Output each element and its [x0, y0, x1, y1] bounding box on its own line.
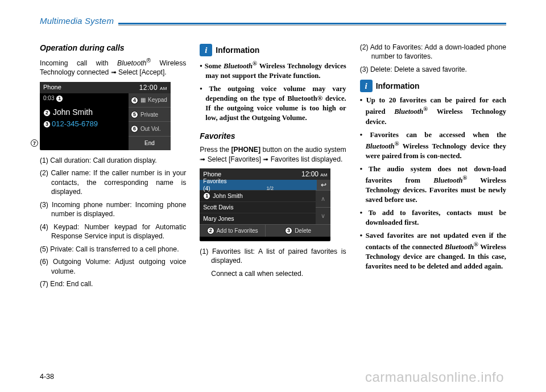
favorite-row[interactable]: 1John Smith▯: [200, 190, 330, 201]
text: Incoming call with: [40, 59, 117, 67]
fav-item-1: (1) Favorites list: A list of paired fav…: [200, 247, 346, 266]
list-item-6: (6) Outgoing Volume: Adjust outgoing voi…: [40, 257, 186, 276]
keypad-icon: ▦: [140, 96, 146, 104]
watermark: carmanualsonline.info: [365, 369, 504, 385]
call-duration: 0:03: [43, 95, 54, 101]
info-icon: i: [200, 44, 212, 56]
caller-number: 012-345-6789: [52, 119, 98, 128]
screen-clock: 12:00 AM: [139, 83, 167, 92]
info-icon: i: [360, 80, 373, 92]
marker-2: 2: [207, 227, 214, 234]
marker-1: 1: [203, 192, 210, 200]
marker-3: 3: [285, 227, 292, 234]
scroll-down[interactable]: ∨: [316, 207, 330, 224]
header-title: Multimedia System: [40, 16, 114, 26]
header-rule: [118, 23, 506, 26]
keypad-button[interactable]: 4▦Keypad: [129, 93, 171, 107]
fav-item-3: (3) Delete: Delete a saved favorite.: [360, 65, 506, 74]
fav-item-1b: Connect a call when selected.: [200, 269, 346, 278]
list-item-1: (1) Call duration: Call duration display…: [40, 156, 186, 165]
registered-mark: ®: [147, 57, 151, 64]
screen-title: Phone: [43, 83, 139, 92]
list-item-5: (5) Private: Call is transferred to a ce…: [40, 245, 186, 254]
add-favorites-button[interactable]: 2Add to Favorites: [200, 224, 265, 237]
marker-6: 6: [131, 125, 138, 133]
favorite-row[interactable]: Scott Davis🏠︎: [200, 201, 330, 213]
subhead-operation: Operation during calls: [40, 43, 186, 53]
column-3: (2) Add to Favorites: Add a down-loaded …: [360, 43, 506, 292]
favorites-count: Favorites (4): [203, 178, 226, 193]
info-label: Information: [216, 45, 259, 56]
marker-4: 4: [131, 97, 138, 104]
scroll-up[interactable]: ∧: [316, 190, 330, 207]
page-number: 4-38: [40, 373, 54, 381]
marker-3: 3: [43, 121, 51, 128]
marker-5: 5: [131, 111, 138, 118]
outvol-button[interactable]: 6Out Vol.: [129, 121, 171, 135]
subhead-favorites: Favorites: [200, 131, 346, 142]
favorites-intro: Press the [PHONE] button on the audio sy…: [200, 145, 346, 164]
info2-bullet-1: • Up to 20 favorites can be paired for e…: [360, 96, 506, 126]
delete-button[interactable]: 3Delete: [265, 224, 331, 237]
list-item-2: (2) Caller name: If the caller number is…: [40, 168, 186, 196]
marker-7: 7: [31, 139, 38, 147]
list-item-7: (7) End: End call.: [40, 279, 186, 288]
favorite-row[interactable]: Mary Jones▯: [200, 213, 330, 224]
back-button[interactable]: ↩: [317, 180, 330, 190]
page-footer: 4-38: [40, 373, 54, 381]
fav-item-2: (2) Add to Favorites: Add a down-loaded …: [360, 43, 506, 61]
info-bullet-1: • Some Bluetooth® Wireless Technology de…: [200, 60, 346, 81]
marker-2: 2: [43, 109, 51, 117]
end-button[interactable]: 7End: [129, 136, 171, 150]
list-item-3: (3) Incoming phone number: Incoming phon…: [40, 200, 186, 219]
info2-bullet-4: • To add to favorites, contacts must be …: [360, 208, 506, 228]
information-heading-2: i Information: [360, 80, 506, 92]
caller-name: John Smith: [53, 108, 93, 117]
info-bullet-2: • The outgoing voice volume may vary dep…: [200, 84, 346, 123]
info2-bullet-2: • Favorites can be accessed when the Blu…: [360, 130, 506, 161]
column-2: i Information • Some Bluetooth® Wireless…: [200, 43, 346, 292]
column-1: Operation during calls Incoming call wit…: [40, 43, 186, 292]
info2-bullet-5: • Saved favorites are not updated even i…: [360, 231, 506, 271]
private-button[interactable]: 5Private: [129, 107, 171, 121]
info-label: Information: [376, 81, 420, 92]
favorites-subbar: Favorites (4) 1/2: [200, 180, 317, 190]
list-item-4: (4) Keypad: Number keypad for Automatic …: [40, 222, 186, 241]
marker-1: 1: [56, 95, 63, 102]
intro-paragraph: Incoming call with Bluetooth® Wireless T…: [40, 57, 186, 77]
info2-bullet-3: • The audio system does not down-load fa…: [360, 164, 506, 205]
text-italic: Bluetooth: [117, 59, 147, 67]
information-heading: i Information: [200, 44, 346, 56]
page-header: Multimedia System: [40, 16, 506, 26]
phone-screenshot-favorites: Phone 12:00 AM Favorites (4) 1/2 ↩ 1John…: [200, 168, 330, 241]
phone-screenshot-call: Phone 12:00 AM 0:03 1 2 John Smith 3012-…: [40, 82, 171, 150]
